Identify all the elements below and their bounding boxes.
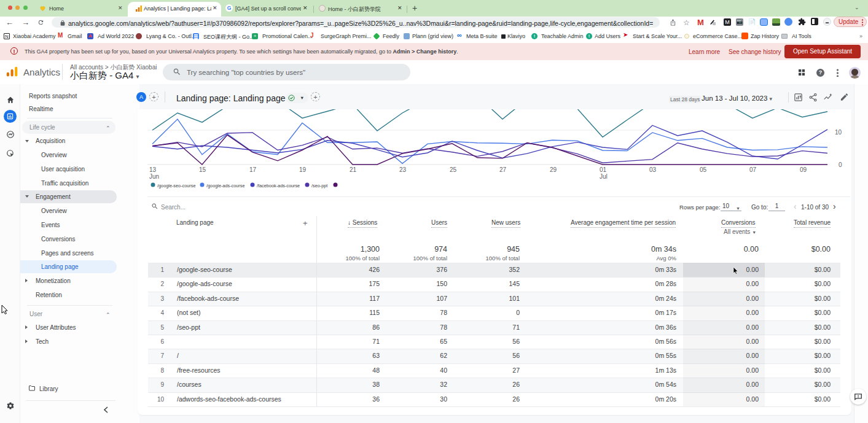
svg-text:25: 25 xyxy=(450,166,457,173)
svg-text:19: 19 xyxy=(299,166,307,173)
svg-text:/google-seo-course: /google-seo-course xyxy=(157,183,195,188)
svg-text:21: 21 xyxy=(350,166,357,173)
svg-text:09: 09 xyxy=(800,166,807,173)
svg-text:01: 01 xyxy=(600,166,607,173)
svg-text:17: 17 xyxy=(249,166,257,173)
svg-text:29: 29 xyxy=(550,166,557,173)
svg-text:13: 13 xyxy=(149,166,157,173)
svg-text:23: 23 xyxy=(399,166,407,173)
svg-text:Jun: Jun xyxy=(149,173,159,180)
svg-text:/seo-ppt: /seo-ppt xyxy=(311,183,327,188)
svg-text:05: 05 xyxy=(700,166,707,173)
svg-text:0: 0 xyxy=(839,161,842,168)
svg-text:27: 27 xyxy=(499,166,507,173)
svg-text:07: 07 xyxy=(749,166,757,173)
svg-text:03: 03 xyxy=(649,166,657,173)
svg-text:Jul: Jul xyxy=(600,173,608,180)
svg-text:10: 10 xyxy=(835,129,842,136)
svg-text:/facebook-ads-course: /facebook-ads-course xyxy=(257,183,300,188)
svg-text:/google-ads-course: /google-ads-course xyxy=(206,183,244,188)
svg-text:15: 15 xyxy=(199,166,206,173)
